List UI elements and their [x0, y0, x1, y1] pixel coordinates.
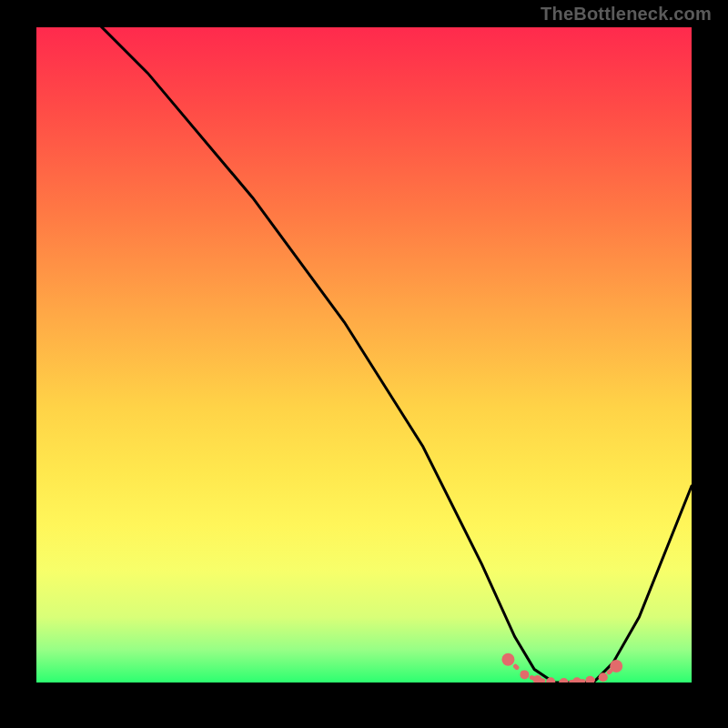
curve-svg: [36, 27, 692, 682]
optimal-marker-dot: [610, 660, 622, 672]
watermark-text: TheBottleneck.com: [541, 4, 712, 25]
optimal-marker-group: [501, 653, 622, 682]
optimal-marker-dot: [572, 677, 581, 682]
optimal-marker-dot: [585, 676, 594, 682]
bottleneck-curve-path: [36, 27, 692, 682]
optimal-marker-dot: [560, 678, 569, 682]
optimal-marker-dot: [599, 672, 608, 682]
chart-stage: TheBottleneck.com: [0, 0, 728, 728]
plot-area: [36, 27, 692, 682]
optimal-marker-dot: [501, 653, 514, 666]
optimal-marker-dot: [520, 670, 529, 679]
